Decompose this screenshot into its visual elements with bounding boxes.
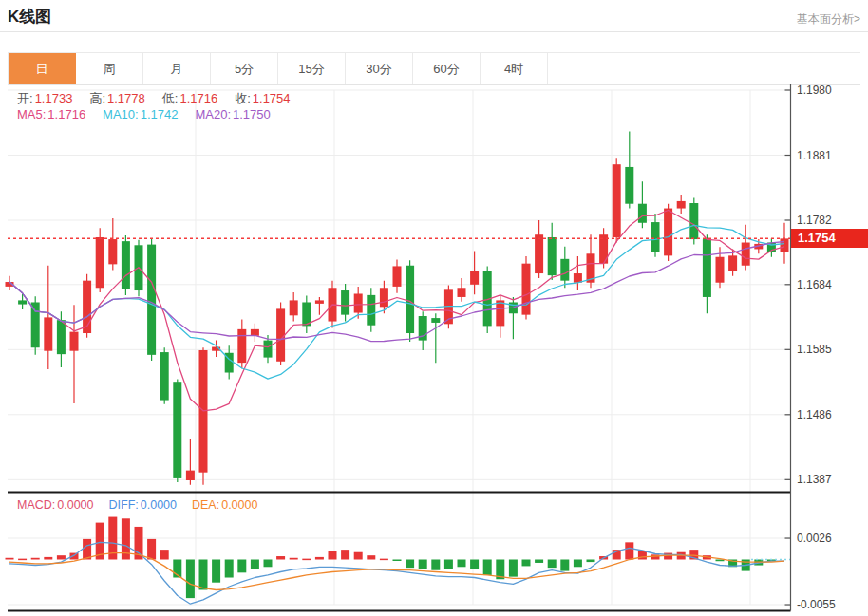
candle-body <box>638 204 647 223</box>
macd-dea-value: 0.0000 <box>221 498 257 512</box>
macd-diff-value: 0.0000 <box>141 498 177 512</box>
candle-body <box>651 222 660 252</box>
macd-bar <box>406 560 414 569</box>
y-axis-label: 1.1782 <box>797 213 863 228</box>
macd-bar <box>625 542 633 559</box>
macd-bar <box>225 560 234 578</box>
candle-body <box>341 290 349 315</box>
ma-ma5-value: 1.1716 <box>47 107 85 121</box>
candle-body <box>237 329 246 363</box>
candle-body <box>70 332 79 351</box>
candle-body <box>108 239 117 264</box>
candle-body <box>173 382 181 478</box>
macd-bar <box>147 539 156 560</box>
macd-bar <box>560 560 569 571</box>
macd-bar <box>470 560 479 569</box>
candle-body <box>264 341 273 358</box>
candle-body <box>522 264 531 315</box>
y-axis-label: -0.0055 <box>797 597 863 612</box>
candle-body <box>728 255 737 271</box>
candle-body <box>276 308 285 361</box>
ohlc-low-value: 1.1716 <box>179 91 217 105</box>
candle-body <box>96 237 104 288</box>
ohlc-info-bar: 开:1.1733高:1.1778低:1.1716收:1.1754MA5:1.17… <box>17 90 308 122</box>
candle-body <box>535 234 543 273</box>
ma-ma10-value: 1.1742 <box>141 107 179 121</box>
candle-body <box>625 167 633 204</box>
ohlc-high-value: 1.1778 <box>107 91 145 105</box>
candle-body <box>664 209 672 256</box>
macd-bar <box>587 560 595 563</box>
candle-body <box>380 288 388 307</box>
macd-bar <box>57 555 66 559</box>
macd-bar <box>548 560 557 569</box>
macd-bar <box>251 560 259 569</box>
y-axis-label: 0.0026 <box>797 531 863 546</box>
candle-body <box>716 257 725 283</box>
macd-bar <box>638 551 647 560</box>
y-axis-label: 1.1881 <box>797 148 863 163</box>
candle-body <box>315 300 324 303</box>
candle-body <box>703 239 711 297</box>
candle-body <box>393 266 402 286</box>
ma-ma10-label: MA10: <box>103 107 139 121</box>
candle-body <box>548 237 557 275</box>
candle-body <box>122 241 130 289</box>
ohlc-open-value: 1.1733 <box>35 91 73 105</box>
ohlc-high-label: 高: <box>89 91 105 105</box>
candle-body <box>186 471 195 480</box>
macd-bar <box>70 553 79 560</box>
macd-bar <box>160 550 169 559</box>
current-price-badge: 1.1754 <box>791 229 868 248</box>
candle-body <box>613 164 621 237</box>
macd-dea-label: DEA: <box>192 498 219 512</box>
candle-body <box>57 320 66 354</box>
candle-body <box>431 318 440 323</box>
candle-body <box>742 243 750 266</box>
macd-bar <box>380 559 388 561</box>
macd-bar <box>18 559 27 561</box>
candle-body <box>406 266 414 333</box>
candle-body <box>160 352 169 401</box>
macd-bar <box>302 559 311 561</box>
kline-widget: K线图 基本面分析> 日周月5分15分30分60分4时 开:1.1733高:1.… <box>0 0 868 616</box>
macd-bar <box>44 557 52 560</box>
y-axis-label: 1.1980 <box>797 83 863 98</box>
macd-bar <box>83 539 91 560</box>
candle-body <box>18 300 27 304</box>
macd-bar <box>444 560 453 569</box>
ma-ma20-label: MA20: <box>195 107 231 121</box>
macd-info-bar: MACD:0.0000DIFF:0.0000DEA:0.0000 <box>17 497 273 513</box>
macd-bar <box>315 557 324 560</box>
ohlc-close-label: 收: <box>235 91 251 105</box>
candle-body <box>496 300 504 326</box>
macd-bar <box>419 560 427 569</box>
macd-bar <box>509 560 518 577</box>
candle-body <box>470 271 479 285</box>
candle-body <box>147 245 156 355</box>
macd-bar <box>264 560 273 568</box>
candle-body <box>781 238 789 252</box>
candle-body <box>367 295 375 326</box>
y-axis-label: 1.1585 <box>797 342 863 357</box>
candle-body <box>677 201 686 209</box>
macd-bar <box>290 558 298 560</box>
candle-body <box>31 302 40 347</box>
macd-bar <box>431 560 440 570</box>
candle-body <box>290 300 298 315</box>
macd-bar <box>458 560 466 568</box>
ohlc-close-value: 1.1754 <box>253 91 291 105</box>
macd-bar <box>237 560 246 573</box>
macd-bar <box>393 560 402 562</box>
macd-macd-label: MACD: <box>17 498 55 512</box>
macd-bar <box>276 556 285 559</box>
macd-bar <box>574 560 582 568</box>
macd-bar <box>354 552 363 560</box>
y-axis-label: 1.1387 <box>797 472 863 487</box>
candle-body <box>44 317 52 350</box>
macd-bar <box>522 560 531 567</box>
macd-bar <box>6 558 14 560</box>
macd-bar <box>186 560 195 599</box>
macd-bar <box>341 550 349 559</box>
candle-body <box>354 293 363 312</box>
